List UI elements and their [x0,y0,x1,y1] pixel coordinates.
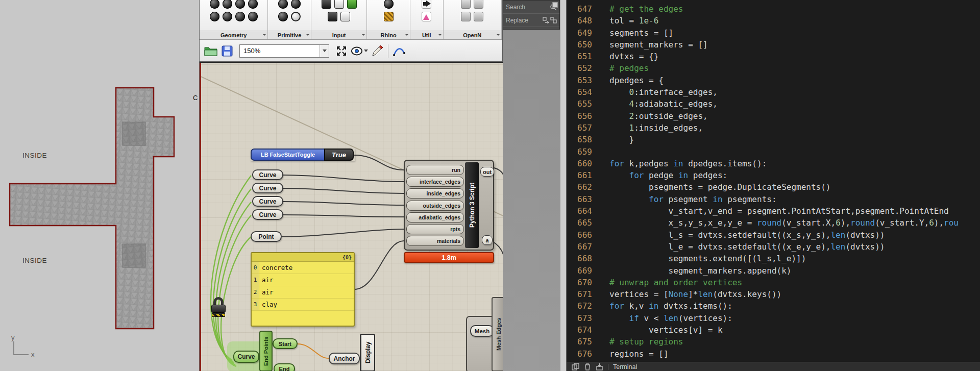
code-line-text[interactable]: dvtxs = {} [592,51,658,62]
tool-icon[interactable] [278,0,288,9]
code-line-text[interactable]: # unwrap and order vertices [592,277,742,288]
rhino-viewport[interactable]: INSIDE INSIDE y x C [0,0,199,371]
mesh-edges-input-mesh[interactable]: Mesh [470,325,494,337]
code-line[interactable]: 653dpedges = { [567,75,980,86]
gh-canvas[interactable]: LB FalseStartToggle True CurveCurveCurve… [200,62,503,371]
code-line[interactable]: 655 4:adiabatic_edges, [567,98,980,110]
code-line[interactable]: 669 segment_markers.append(k) [567,265,980,277]
tool-icon[interactable] [461,12,471,21]
toggle-label[interactable]: LB FalseStartToggle [251,149,325,161]
tool-icon[interactable] [347,0,357,9]
tool-icon[interactable] [235,12,245,21]
chevron-down-icon[interactable] [320,45,329,57]
code-line[interactable]: 672for k,v in dvtxs.items(): [567,300,980,312]
export-icon[interactable] [596,363,603,370]
python-input-inside_edges[interactable]: inside_edges [406,188,464,199]
tab-openn[interactable]: OpenN [444,0,502,39]
tool-icon[interactable] [384,12,394,21]
python-title-bar[interactable]: Python 3 Script [465,162,479,248]
display-component[interactable]: Display [360,334,375,371]
code-line[interactable]: 664 v_start,v_end = psegment.PointAtStar… [567,205,980,217]
toggle-component[interactable]: LB FalseStartToggle True [251,149,355,161]
curve-param[interactable]: Curve [252,209,283,220]
code-line-text[interactable]: # setup regions [592,336,683,348]
code-line-text[interactable]: tol = 1e-6 [592,15,658,27]
code-line-text[interactable]: for k,pedges in dpedges.items(): [592,158,767,169]
code-line-text[interactable]: vertices[v] = k [592,324,723,336]
tab-input[interactable]: Input [311,0,367,39]
zoom-dropdown[interactable]: 150% [239,44,329,58]
python-input-adiabatic_edges[interactable]: adiabatic_edges [406,212,464,222]
split-panel-icon[interactable] [572,363,579,370]
code-line[interactable]: 651dvtxs = {} [567,51,980,62]
code-line-text[interactable]: v_start,v_end = psegment.PointAtStart,ps… [592,205,949,217]
code-line[interactable]: 665 x_s,y_s,x_e,y_e = round(v_start.X,6)… [567,217,980,229]
replace-icon[interactable] [543,17,549,23]
paint-tool-button[interactable] [370,43,384,59]
tool-icon[interactable] [223,0,232,9]
code-line[interactable]: 667 l_e = dvtxs.setdefault((x_e,y_e),len… [567,241,980,253]
endpoints-output-start[interactable]: Start [273,338,298,349]
save-file-button[interactable] [220,43,234,59]
tool-icon[interactable] [291,0,301,9]
code-line[interactable]: 674 vertices[v] = k [567,324,980,336]
code-line-text[interactable]: for pedge in pedges: [592,169,727,181]
python-output-out[interactable]: out [480,167,494,177]
python-input-run[interactable]: run [406,165,464,175]
code-line-text[interactable] [592,146,609,158]
point-param[interactable]: Point [251,231,282,242]
code-line[interactable]: 661 for pedge in pedges: [567,169,980,181]
tool-icon[interactable] [340,12,350,21]
code-line[interactable]: 671vertices = [None]*len(dvtxs.keys()) [567,288,980,300]
code-editor[interactable]: 647# get the edges648tol = 1e-6649segmen… [567,0,980,362]
code-line[interactable]: 647# get the edges [567,3,980,15]
code-line-text[interactable]: l_e = dvtxs.setdefault((x_e,y_e),len(dvt… [592,241,885,253]
runtime-error-bar[interactable]: 1.8m [404,252,494,263]
python-input-rpts[interactable]: rpts [406,224,464,234]
code-line-text[interactable]: 2:outside_edges, [592,110,708,122]
code-line[interactable]: 666 l_s = dvtxs.setdefault((x_s,y_s),len… [567,229,980,241]
mesh-edges-title-bar[interactable]: Mesh Edges [492,297,503,371]
code-line-text[interactable]: # pedges [592,62,649,74]
code-line[interactable]: 663 for psegment in psegments: [567,193,980,205]
panel-component[interactable]: {0} 0concrete1air2air3clay [251,252,355,327]
python-input-interface_edges[interactable]: interface_edges [406,177,464,187]
search-row[interactable] [503,1,559,14]
curve-param[interactable]: Curve [252,169,283,180]
search-input[interactable] [506,4,550,11]
tool-icon[interactable] [210,0,219,9]
code-line[interactable]: 656 2:outside_edges, [567,110,980,122]
tool-icon[interactable] [291,12,301,21]
tool-icon[interactable] [235,0,245,9]
code-line[interactable]: 673 if v < len(vertices): [567,312,980,324]
code-line-text[interactable]: l_s = dvtxs.setdefault((x_s,y_s),len(dvt… [592,229,885,241]
code-line-text[interactable]: segment_markers.append(k) [592,265,791,277]
code-line[interactable]: 670# unwrap and order vertices [567,277,980,288]
python-input-materials[interactable]: materials [406,236,464,246]
python-input-outside_edges[interactable]: outside_edges [406,201,464,211]
tool-icon[interactable] [384,0,394,9]
tool-icon[interactable] [461,0,471,9]
code-line-text[interactable]: 4:adiabatic_edges, [592,98,718,110]
tool-icon[interactable] [248,12,258,21]
python-output-a[interactable]: a [482,235,493,245]
code-line[interactable]: 659 [567,146,980,158]
replace-input[interactable] [506,17,543,24]
code-line-text[interactable]: x_s,y_s,x_e,y_e = round(v_start.X,6),rou… [592,217,959,229]
code-line[interactable]: 668 segments.extend([(l_s,l_e)]) [567,253,980,264]
tab-geometry[interactable]: Geometry [200,0,268,39]
terminal-tab[interactable]: Terminal [613,363,637,370]
open-file-button[interactable] [204,43,218,59]
endpoints-output-end[interactable]: End [274,363,295,371]
code-line-text[interactable]: segments = [] [592,27,673,39]
preview-button[interactable] [351,43,368,59]
code-line[interactable]: 650segment_markers = [] [567,39,980,51]
code-line-text[interactable]: segments.extend([(l_s,l_e)]) [592,253,806,264]
code-line[interactable]: 657 1:inside_edges, [567,122,980,134]
code-line-text[interactable]: 0:interface_edges, [592,86,718,98]
scrollbar[interactable] [560,0,567,371]
code-line-text[interactable]: for psegment in psegments: [592,193,777,205]
tool-icon[interactable] [422,12,431,21]
panel-corner-button[interactable] [552,2,558,8]
trash-icon[interactable] [584,363,591,370]
